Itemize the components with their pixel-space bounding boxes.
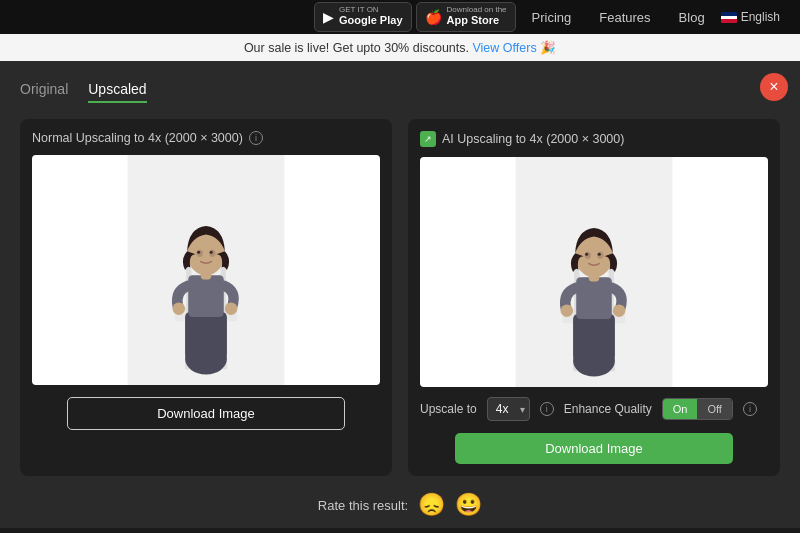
tabs: Original Upscaled — [20, 81, 780, 103]
normal-title-text: Normal Upscaling to 4x (2000 × 3000) — [32, 131, 243, 145]
svg-point-35 — [598, 253, 601, 256]
normal-image-container — [32, 155, 380, 385]
controls-row: Upscale to 4x 2x 8x ▾ i Enhance Quality … — [420, 397, 768, 421]
svg-point-11 — [225, 302, 238, 315]
normal-image — [32, 155, 380, 385]
app-store-sub: Download on the — [447, 6, 507, 14]
ai-image — [420, 157, 768, 387]
download-ai-btn[interactable]: Download Image — [455, 433, 733, 464]
tab-original[interactable]: Original — [20, 81, 68, 103]
comparison-area: Normal Upscaling to 4x (2000 × 3000) i — [20, 119, 780, 476]
enhance-quality-label: Enhance Quality — [564, 402, 652, 416]
svg-point-29 — [613, 304, 626, 317]
blog-link[interactable]: Blog — [667, 10, 717, 25]
rating-row: Rate this result: 😞 😀 — [20, 492, 780, 518]
svg-point-34 — [585, 253, 588, 256]
main-area: × Original Upscaled Normal Upscaling to … — [0, 61, 800, 528]
promo-emoji: 🎉 — [540, 41, 556, 55]
ai-image-container — [420, 157, 768, 387]
top-nav: ▶ GET IT ON Google Play 🍎 Download on th… — [0, 0, 800, 34]
download-normal-btn[interactable]: Download Image — [67, 397, 345, 430]
toggle-on-btn[interactable]: On — [663, 399, 698, 419]
ai-panel-title: ↗ AI Upscaling to 4x (2000 × 3000) — [420, 131, 768, 147]
upscale-select-wrapper: 4x 2x 8x ▾ — [487, 397, 530, 421]
lang-label: English — [741, 10, 780, 24]
normal-info-icon[interactable]: i — [249, 131, 263, 145]
svg-rect-27 — [576, 277, 612, 319]
ai-upscale-panel: ↗ AI Upscaling to 4x (2000 × 3000) — [408, 119, 780, 476]
happy-rating-btn[interactable]: 😀 — [455, 492, 482, 518]
svg-point-10 — [173, 302, 186, 315]
app-store-btn[interactable]: 🍎 Download on the App Store — [416, 2, 516, 31]
toggle-off-btn[interactable]: Off — [697, 399, 731, 419]
flag-icon — [721, 12, 737, 23]
ai-title-text: AI Upscaling to 4x (2000 × 3000) — [442, 132, 624, 146]
close-button[interactable]: × — [760, 73, 788, 101]
svg-point-28 — [561, 304, 574, 317]
svg-point-17 — [210, 251, 213, 254]
upscale-to-label: Upscale to — [420, 402, 477, 416]
normal-panel-title: Normal Upscaling to 4x (2000 × 3000) i — [32, 131, 380, 145]
svg-rect-26 — [573, 314, 615, 361]
promo-text: Our sale is live! Get upto 30% discounts… — [244, 41, 469, 55]
features-link[interactable]: Features — [587, 10, 662, 25]
enhance-info-icon[interactable]: i — [743, 402, 757, 416]
enhance-toggle-group: On Off — [662, 398, 733, 420]
language-selector[interactable]: English — [721, 10, 780, 24]
google-play-sub: GET IT ON — [339, 6, 403, 14]
apple-icon: 🍎 — [425, 9, 442, 25]
sad-rating-btn[interactable]: 😞 — [418, 492, 445, 518]
upscale-info-icon[interactable]: i — [540, 402, 554, 416]
promo-bar: Our sale is live! Get upto 30% discounts… — [0, 34, 800, 61]
google-play-btn[interactable]: ▶ GET IT ON Google Play — [314, 2, 412, 31]
svg-rect-8 — [185, 312, 227, 359]
google-play-name: Google Play — [339, 14, 403, 27]
rating-label: Rate this result: — [318, 498, 408, 513]
normal-upscale-panel: Normal Upscaling to 4x (2000 × 3000) i — [20, 119, 392, 476]
svg-point-16 — [197, 251, 200, 254]
google-play-icon: ▶ — [323, 9, 334, 25]
app-store-name: App Store — [447, 14, 507, 27]
view-offers-link[interactable]: View Offers — [472, 41, 536, 55]
tab-upscaled[interactable]: Upscaled — [88, 81, 146, 103]
svg-rect-9 — [188, 275, 224, 317]
pricing-link[interactable]: Pricing — [520, 10, 584, 25]
upscale-select[interactable]: 4x 2x 8x — [487, 397, 530, 421]
ai-icon: ↗ — [420, 131, 436, 147]
